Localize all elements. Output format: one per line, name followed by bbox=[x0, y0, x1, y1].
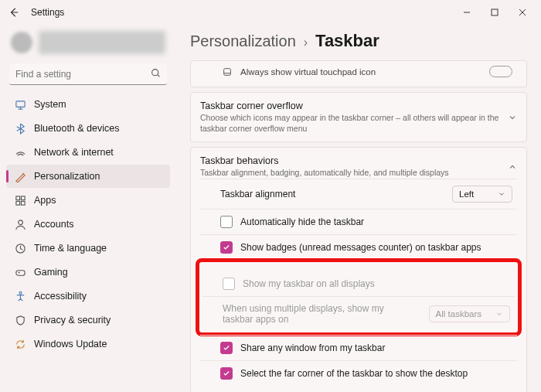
sidebar-item-network[interactable]: Network & internet bbox=[6, 141, 170, 164]
update-icon bbox=[14, 338, 26, 350]
minimize-button[interactable] bbox=[453, 2, 481, 23]
sidebar-item-privacy[interactable]: Privacy & security bbox=[6, 308, 170, 332]
badges-label: Show badges (unread messages counter) on… bbox=[240, 242, 481, 253]
multi-display-select: All taskbars bbox=[429, 305, 510, 322]
far-corner-label: Select the far corner of the taskbar to … bbox=[240, 368, 468, 379]
highlight-box: Show my taskbar on all displays When usi… bbox=[196, 258, 522, 336]
touchpad-label: Always show virtual touchpad icon bbox=[240, 67, 376, 77]
avatar bbox=[11, 32, 32, 53]
time-icon bbox=[14, 242, 26, 254]
alignment-select[interactable]: Left bbox=[452, 186, 512, 203]
sidebar-item-label: Time & language bbox=[34, 243, 107, 254]
alignment-row: Taskbar alignment Left bbox=[200, 179, 517, 209]
auto-hide-checkbox[interactable] bbox=[220, 216, 233, 228]
chevron-right-icon: › bbox=[304, 36, 308, 49]
svg-rect-0 bbox=[492, 9, 498, 15]
sidebar-item-label: Accessibility bbox=[34, 291, 87, 302]
privacy-icon bbox=[14, 314, 26, 326]
gaming-icon bbox=[14, 266, 26, 278]
all-displays-checkbox bbox=[223, 278, 235, 290]
search-icon bbox=[151, 68, 161, 78]
window-title: Settings bbox=[31, 7, 64, 18]
behaviors-title: Taskbar behaviors bbox=[200, 155, 449, 166]
overflow-sub: Choose which icons may appear in the tas… bbox=[200, 113, 500, 134]
chevron-down-icon bbox=[495, 310, 503, 318]
auto-hide-label: Automatically hide the taskbar bbox=[240, 216, 364, 227]
search-box[interactable] bbox=[9, 63, 167, 85]
personalization-icon bbox=[14, 170, 26, 182]
share-label: Share any window from my taskbar bbox=[240, 343, 385, 353]
accounts-icon bbox=[14, 218, 26, 230]
behaviors-sub: Taskbar alignment, badging, automaticall… bbox=[200, 168, 449, 179]
close-button[interactable] bbox=[509, 2, 536, 23]
svg-rect-11 bbox=[224, 68, 231, 75]
alignment-label: Taskbar alignment bbox=[220, 189, 295, 199]
badges-checkbox[interactable] bbox=[220, 241, 233, 254]
sidebar-item-label: Windows Update bbox=[34, 339, 107, 349]
all-displays-label: Show my taskbar on all displays bbox=[243, 278, 375, 289]
behaviors-header[interactable]: Taskbar behaviors Taskbar alignment, bad… bbox=[200, 155, 517, 179]
far-corner-checkbox[interactable] bbox=[220, 367, 233, 380]
chevron-down-icon bbox=[508, 113, 517, 122]
touchpad-toggle[interactable] bbox=[489, 66, 512, 77]
maximize-button[interactable] bbox=[481, 2, 509, 23]
svg-point-1 bbox=[152, 70, 158, 76]
far-corner-row[interactable]: Select the far corner of the taskbar to … bbox=[200, 360, 517, 386]
sidebar-item-label: Network & internet bbox=[34, 147, 114, 158]
sidebar-item-label: Gaming bbox=[34, 267, 68, 278]
svg-rect-9 bbox=[15, 270, 24, 275]
sidebar-item-apps[interactable]: Apps bbox=[6, 189, 170, 212]
multi-display-label: When using multiple displays, show my ta… bbox=[223, 303, 416, 325]
sidebar-item-label: Personalization bbox=[34, 171, 100, 182]
auto-hide-row[interactable]: Automatically hide the taskbar bbox=[200, 209, 517, 234]
alignment-value: Left bbox=[459, 189, 474, 199]
svg-rect-2 bbox=[15, 101, 24, 107]
overflow-title: Taskbar corner overflow bbox=[200, 101, 500, 111]
sidebar-item-label: Privacy & security bbox=[34, 315, 111, 326]
svg-rect-3 bbox=[15, 196, 19, 199]
apps-icon bbox=[14, 194, 26, 206]
touchpad-row: Always show virtual touchpad icon bbox=[190, 60, 527, 87]
back-button[interactable] bbox=[5, 3, 23, 22]
behaviors-card: Taskbar behaviors Taskbar alignment, bad… bbox=[190, 147, 527, 392]
sidebar-item-personalization[interactable]: Personalization bbox=[6, 165, 170, 188]
svg-rect-6 bbox=[21, 201, 25, 205]
breadcrumb-parent[interactable]: Personalization bbox=[190, 32, 296, 50]
sidebar-item-label: Bluetooth & devices bbox=[34, 123, 120, 134]
sidebar-item-label: Apps bbox=[34, 195, 56, 206]
user-profile[interactable] bbox=[6, 28, 170, 62]
multi-display-value: All taskbars bbox=[436, 309, 481, 319]
network-icon bbox=[14, 146, 26, 159]
multi-display-row: When using multiple displays, show my ta… bbox=[202, 296, 515, 331]
breadcrumb: Personalization › Taskbar bbox=[190, 31, 527, 51]
sidebar-item-time[interactable]: Time & language bbox=[6, 237, 170, 260]
svg-point-7 bbox=[18, 220, 22, 224]
breadcrumb-current: Taskbar bbox=[315, 31, 379, 51]
share-row[interactable]: Share any window from my taskbar bbox=[200, 335, 517, 360]
sidebar-item-gaming[interactable]: Gaming bbox=[6, 261, 170, 284]
sidebar-item-update[interactable]: Windows Update bbox=[6, 332, 170, 356]
share-checkbox[interactable] bbox=[220, 342, 233, 354]
chevron-up-icon bbox=[508, 162, 517, 172]
all-displays-row: Show my taskbar on all displays bbox=[202, 271, 515, 296]
svg-rect-5 bbox=[15, 201, 19, 205]
sidebar-item-system[interactable]: System bbox=[6, 93, 170, 116]
chevron-down-icon bbox=[498, 190, 505, 198]
svg-rect-4 bbox=[21, 196, 25, 199]
user-name bbox=[39, 31, 165, 54]
system-icon bbox=[14, 98, 26, 111]
search-input[interactable] bbox=[9, 63, 167, 85]
sidebar-item-bluetooth[interactable]: Bluetooth & devices bbox=[6, 117, 170, 140]
bluetooth-icon bbox=[14, 122, 26, 135]
overflow-card[interactable]: Taskbar corner overflow Choose which ico… bbox=[190, 92, 527, 142]
accessibility-icon bbox=[14, 290, 26, 302]
sidebar-item-accounts[interactable]: Accounts bbox=[6, 213, 170, 236]
sidebar-item-label: System bbox=[34, 99, 66, 110]
badges-row[interactable]: Show badges (unread messages counter) on… bbox=[200, 234, 517, 260]
svg-point-10 bbox=[19, 291, 22, 294]
touchpad-icon bbox=[222, 66, 233, 77]
sidebar-item-label: Accounts bbox=[34, 219, 73, 230]
sidebar-item-accessibility[interactable]: Accessibility bbox=[6, 285, 170, 308]
